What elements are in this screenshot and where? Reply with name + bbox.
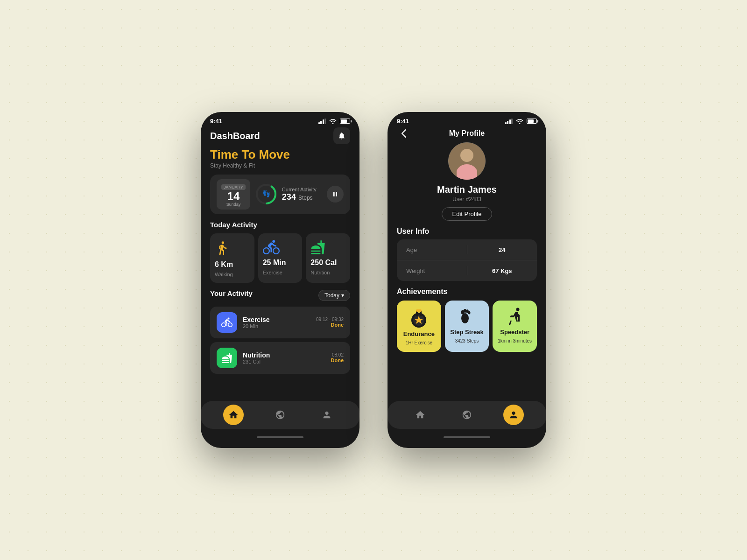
bike-amount: 25 Min (263, 259, 298, 267)
achievement-stepstreak: Step Streak 3423 Steps (445, 301, 489, 352)
today-activity-grid: 6 Km Walking 25 Min Exercise 250 Cal (210, 233, 350, 283)
nav-user-left[interactable] (317, 405, 337, 425)
info-divider-weight (467, 266, 467, 275)
walk-type: Walking (215, 272, 250, 277)
svg-point-19 (516, 308, 519, 311)
svg-point-16 (464, 309, 466, 313)
profile-name: Martin James (437, 184, 497, 195)
status-icons-left (318, 119, 351, 124)
dashboard-title: DashBoard (210, 131, 260, 141)
avatar-image (448, 142, 486, 180)
apple-icon (310, 239, 325, 256)
nav-globe-right[interactable] (457, 405, 477, 425)
walk-amount: 6 Km (215, 260, 250, 269)
achievements-grid: Endurance 1Hr Exercise Step Streak (397, 301, 537, 352)
nav-globe-left[interactable] (270, 405, 290, 425)
nav-user-right[interactable] (503, 405, 524, 425)
back-button[interactable] (397, 127, 411, 140)
signal-icon-right (505, 119, 513, 124)
achievement-endurance: Endurance 1Hr Exercise (397, 301, 441, 352)
nutrition-duration: 231 Cal (243, 359, 325, 364)
avatar (448, 142, 486, 180)
today-card-walking: 6 Km Walking (210, 233, 254, 283)
chevron-down-icon: ▾ (341, 292, 344, 299)
dashboard-header: DashBoard (210, 127, 350, 144)
pause-button[interactable] (327, 186, 344, 203)
nutrition-icon-box (217, 348, 237, 368)
hero-headline: Time To Move (210, 148, 350, 161)
runner-icon (507, 307, 523, 326)
bike-type: Exercise (263, 270, 298, 275)
bell-icon (338, 132, 346, 140)
speedster-name: Speedster (500, 329, 529, 336)
activity-label: Current Activity (282, 187, 322, 192)
user-info-card: Age 24 Weight 67 Kgs (397, 239, 537, 281)
exercise-duration: 20 Min (243, 323, 310, 329)
profile-content: My Profile Martin James User #2483 Edi (388, 127, 546, 443)
nutrition-meta: 08:02 Done (331, 352, 344, 363)
globe-icon-left (275, 410, 285, 420)
status-bar-right: 9:41 (388, 112, 546, 127)
avatar-section: Martin James User #2483 Edit Profile (397, 142, 537, 221)
profile-userid: User #2483 (452, 196, 481, 203)
endurance-desc: 1Hr Exercise (406, 340, 432, 345)
edit-profile-button[interactable]: Edit Profile (442, 207, 493, 221)
svg-point-18 (468, 311, 470, 315)
nutrition-name: Nutrition (243, 351, 325, 359)
info-row-age: Age 24 (397, 239, 537, 260)
status-icons-right (505, 119, 537, 124)
notification-button[interactable] (333, 127, 350, 144)
exercise-bike-icon (221, 317, 233, 328)
nav-home-left[interactable] (223, 405, 244, 425)
battery-icon-right (527, 119, 537, 124)
profile-title: My Profile (449, 129, 485, 138)
nutrition-apple-icon (221, 352, 233, 364)
home-indicator-right (444, 436, 490, 438)
phones-container: 9:41 DashBoard (201, 112, 546, 448)
activity-item-nutrition[interactable]: Nutrition 231 Cal 08:02 Done (210, 342, 350, 374)
your-activity-header: Your Activity Today ▾ (210, 289, 350, 302)
home-indicator-left (257, 436, 303, 438)
globe-icon-right (462, 410, 472, 420)
info-divider-age (467, 245, 467, 254)
wifi-icon-right (516, 119, 523, 124)
date-number: 14 (221, 191, 246, 202)
achievement-speedster: Speedster 1km in 3minutes (493, 301, 537, 352)
activity-list: Exercise 20 Min 09:12 - 09:32 Done (210, 307, 350, 374)
hero-subtext: Stay Healthy & Fit (210, 162, 350, 169)
phone-dashboard: 9:41 DashBoard (201, 112, 359, 448)
age-value: 24 (477, 246, 528, 253)
weight-label: Weight (406, 267, 458, 274)
activity-item-exercise[interactable]: Exercise 20 Min 09:12 - 09:32 Done (210, 307, 350, 338)
steps-value: 234 (282, 192, 296, 202)
user-icon-left (322, 410, 332, 420)
phone-profile: 9:41 (388, 112, 546, 448)
time-right: 9:41 (397, 118, 409, 125)
battery-icon (340, 119, 350, 124)
bike-icon (263, 239, 280, 256)
date-day: Sunday (221, 202, 246, 207)
svg-point-3 (222, 241, 224, 244)
info-row-weight: Weight 67 Kgs (397, 260, 537, 281)
current-activity-info: Current Activity 234 Steps (282, 187, 322, 202)
bottom-nav-left (201, 401, 359, 429)
signal-icon (318, 119, 326, 124)
exercise-info: Exercise 20 Min (243, 316, 310, 329)
profile-header-bar: My Profile (397, 127, 537, 142)
bottom-nav-right (388, 401, 546, 429)
exercise-icon-box (217, 312, 237, 333)
activity-card: January 14 Sunday 👣 Current Activity 234 (210, 175, 350, 214)
svg-text:👣: 👣 (262, 190, 270, 198)
step-circle: 👣 (255, 183, 277, 205)
your-activity-title: Your Activity (210, 289, 253, 297)
today-dropdown[interactable]: Today ▾ (318, 290, 350, 301)
wifi-icon (329, 119, 337, 124)
walk-icon (215, 239, 230, 258)
time-left: 9:41 (210, 118, 222, 125)
nutrition-status: Done (331, 357, 344, 363)
dashboard-content: DashBoard Time To Move Stay Healthy & Fi… (201, 127, 359, 443)
achievements-section: Achievements Endurance 1Hr Ex (397, 287, 537, 352)
nav-home-right[interactable] (410, 405, 430, 425)
home-icon-right (415, 410, 425, 420)
exercise-status: Done (316, 322, 344, 328)
